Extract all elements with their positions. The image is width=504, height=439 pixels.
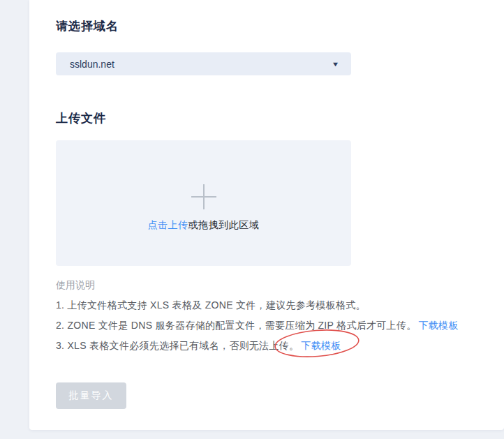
dropzone-text: 点击上传或拖拽到此区域	[148, 219, 260, 232]
download-template-link-xls[interactable]: 下载模板	[301, 340, 341, 351]
upload-section-title: 上传文件	[56, 110, 504, 127]
instruction-text: 1. 上传文件格式支持 XLS 表格及 ZONE 文件，建议先参考模板格式。	[56, 299, 366, 311]
domain-select-title: 请选择域名	[56, 18, 504, 35]
instruction-text: 3. XLS 表格文件必须先选择已有域名，否则无法上传。	[56, 340, 299, 351]
batch-import-button[interactable]: 批量导入	[56, 382, 126, 409]
domain-select-value: ssldun.net	[70, 59, 332, 70]
download-template-link-zone[interactable]: 下载模板	[419, 320, 459, 331]
dropzone-hint-text: 或拖拽到此区域	[188, 219, 260, 230]
instruction-item-3: 3. XLS 表格文件必须先选择已有域名，否则无法上传。下载模板	[56, 338, 504, 352]
batch-import-panel: 请选择域名 ssldun.net ▼ 上传文件 点击上传或拖拽到此区域 使用说明…	[29, 0, 504, 430]
caret-down-icon: ▼	[332, 61, 340, 68]
instruction-text: 2. ZONE 文件是 DNS 服务器存储的配置文件，需要压缩为 ZIP 格式后…	[56, 320, 417, 331]
instruction-item-1: 1. 上传文件格式支持 XLS 表格及 ZONE 文件，建议先参考模板格式。	[56, 298, 504, 312]
click-upload-link[interactable]: 点击上传	[148, 219, 188, 230]
instructions-title: 使用说明	[56, 278, 504, 292]
domain-select[interactable]: ssldun.net ▼	[56, 52, 351, 75]
instruction-item-2: 2. ZONE 文件是 DNS 服务器存储的配置文件，需要压缩为 ZIP 格式后…	[56, 318, 504, 332]
upload-dropzone[interactable]: 点击上传或拖拽到此区域	[56, 140, 351, 266]
page-background: 请选择域名 ssldun.net ▼ 上传文件 点击上传或拖拽到此区域 使用说明…	[0, 0, 504, 439]
plus-icon	[191, 184, 216, 209]
